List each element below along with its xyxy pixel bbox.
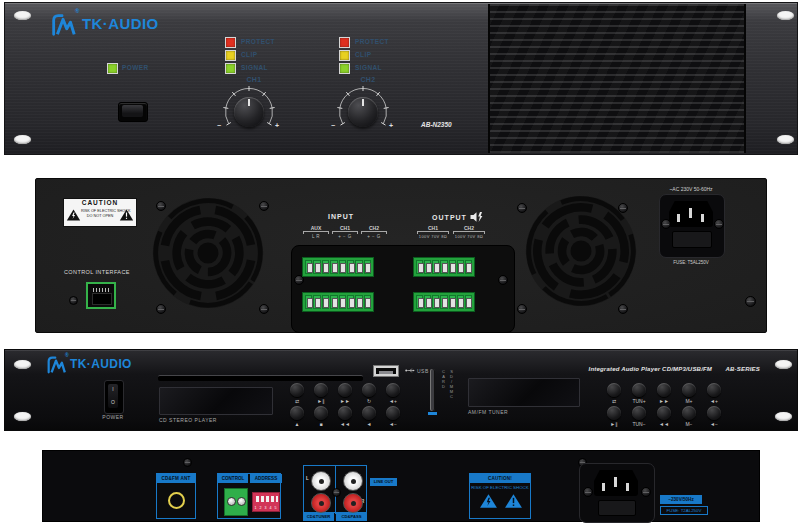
player-rear-panel: CD&FM ANT CONTROL ADDRESS 1 2 3 4 5 L [42, 450, 760, 522]
ch1-label: CH1 [234, 76, 274, 83]
tuner-mup-symbol: M+ [677, 398, 701, 404]
input-group-ch2: CH2 + − G [361, 225, 387, 239]
screw [156, 201, 166, 211]
tuner-tune-up-button[interactable] [632, 383, 646, 397]
tuner-voldown-symbol: ◄− [702, 421, 726, 427]
screw [517, 304, 527, 314]
rj45-pins [93, 288, 109, 292]
ch1-signal-led [225, 63, 236, 74]
tuner-next-button[interactable] [657, 383, 671, 397]
tuner-tune-down-button[interactable] [632, 406, 646, 420]
rack-screw-slot [14, 135, 31, 144]
output-terminal-block-row1 [413, 257, 475, 277]
power-off-mark: O [108, 400, 118, 405]
cd-mute-symbol: ◄ [357, 421, 381, 427]
control-label: CONTROL [218, 474, 248, 483]
tuner-memory-down-button[interactable] [682, 406, 696, 420]
tuner-volup-symbol: ◄+ [702, 398, 726, 404]
ground-screw [745, 296, 756, 307]
tuner-scan-button[interactable] [607, 383, 621, 397]
cd-stop-button[interactable] [314, 406, 328, 420]
player-front-panel: ® TK·AUDIO I O POWER CD STEREO PLAYER ⇄ … [4, 349, 798, 431]
address-dip-switch[interactable]: 1 2 3 4 5 [252, 492, 280, 512]
speaker-bolt-icon [470, 212, 484, 222]
ch2-label: CH2 [348, 76, 388, 83]
cd-voldown-symbol: ◄− [381, 421, 405, 427]
brand-name: TK·AUDIO [70, 357, 132, 371]
sd-slot-label: SD/MMC CARD [439, 369, 455, 413]
screw [618, 304, 628, 314]
ch2-signal-label: SIGNAL [355, 64, 382, 71]
tuner-volume-up-button[interactable] [707, 383, 721, 397]
cd-play-symbol: ►∥ [309, 398, 333, 404]
tagline-text: Integrated Audio Player CD/MP3/USB/FM [589, 366, 713, 372]
rca-jack-white-right [343, 471, 363, 491]
cd-eject-button[interactable] [290, 406, 304, 420]
series-text: AB-SERIES [726, 366, 760, 372]
cd-shuffle-button[interactable] [290, 383, 304, 397]
screw [156, 304, 166, 314]
cd-prev-symbol: ◄◄ [333, 421, 357, 427]
tuner-next-symbol: ►► [652, 398, 676, 404]
cd-play-pause-button[interactable] [314, 383, 328, 397]
usb-icon [405, 367, 415, 374]
cd-prev-button[interactable] [338, 406, 352, 420]
output-group-ch2: CH2 100V 70V 8Ω [453, 225, 485, 239]
ch1-volume-knob[interactable] [234, 97, 264, 127]
ch1-clip-label: CLIP [241, 51, 257, 58]
tuner-play-button[interactable] [607, 406, 621, 420]
rear-power-rating: ~230V/50Hz [660, 495, 702, 504]
screw [618, 203, 628, 213]
cd-eject-symbol: ▲ [285, 421, 309, 427]
power-button[interactable] [118, 102, 148, 122]
cd-mute-button[interactable] [362, 406, 376, 420]
rj45-opening [92, 293, 112, 305]
rj45-port [86, 282, 116, 309]
sd-card-slot[interactable] [430, 369, 435, 411]
rear-caution-line: RISK OF ELECTRIC SHOCK [470, 485, 530, 490]
rear-fuse-label: FUSE: T2AL250V [660, 506, 708, 515]
tuner-volume-down-button[interactable] [707, 406, 721, 420]
rack-screw-slot [775, 360, 792, 369]
screw [183, 458, 192, 467]
knob-pointer [248, 99, 250, 106]
ch1-knob-max: + [275, 122, 279, 129]
input-terminal-block-row2 [302, 292, 374, 312]
ch2-volume-knob[interactable] [348, 97, 378, 127]
cd-display [159, 387, 273, 415]
cd-next-button[interactable] [338, 383, 352, 397]
knob-pointer [362, 99, 364, 106]
screw [583, 487, 593, 497]
cd-shuffle-symbol: ⇄ [285, 398, 309, 404]
rca-left-label: CD&TUNER [303, 513, 334, 521]
amplifier-rear-panel: CAUTION RISK OF ELECTRIC SHOCK DO NOT OP… [35, 178, 767, 333]
caution-line2: DO NOT OPEN [81, 214, 119, 219]
line-out-label: LINE OUT [370, 478, 397, 486]
cd-slot[interactable] [158, 375, 363, 381]
ch2-clip-led [339, 50, 350, 61]
ch2-protect-led [339, 37, 350, 48]
rear-caution-title: CAUTION! [470, 474, 530, 483]
cd-volume-up-button[interactable] [386, 383, 400, 397]
ch1-protect-label: PROTECT [241, 38, 275, 45]
control-terminal [224, 488, 248, 516]
tuner-mdown-symbol: M− [677, 421, 701, 427]
rack-screw-slot [14, 412, 31, 421]
product-sheet: ® TK·AUDIO POWER PROTECT CLIP SIGNAL CH1 [0, 0, 800, 526]
output-title: OUTPUT [432, 214, 467, 221]
usb-port[interactable] [373, 365, 399, 377]
tuner-memory-up-button[interactable] [682, 383, 696, 397]
cd-repeat-button[interactable] [362, 383, 376, 397]
rack-screw-slot [775, 412, 792, 421]
antenna-jack [168, 492, 185, 509]
screw [714, 219, 724, 229]
cd-volume-down-button[interactable] [386, 406, 400, 420]
rca-right-label: CD&PASS [336, 513, 367, 521]
tuner-prev-button[interactable] [657, 406, 671, 420]
dip-numbers: 1 2 3 4 5 [253, 506, 279, 510]
cd-display-label: CD STEREO PLAYER [159, 417, 217, 423]
player-power-switch[interactable]: I O [104, 380, 124, 414]
cd-next-symbol: ►► [333, 398, 357, 404]
cd-stop-symbol: ■ [309, 421, 333, 427]
model-number: AB-N2350 [421, 121, 452, 128]
